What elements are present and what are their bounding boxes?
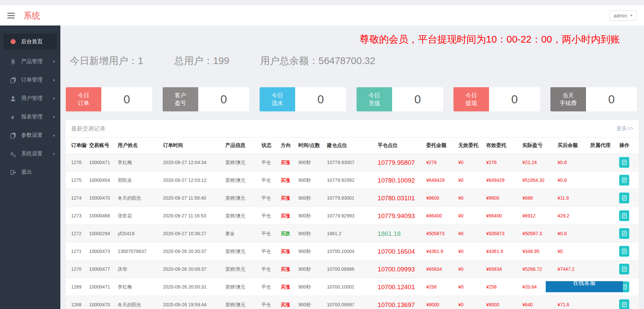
stat-box-label: 今日流水 [260, 87, 295, 111]
cell-order_no: 1273 [66, 207, 87, 225]
admin-dropdown[interactable]: admin [609, 10, 637, 21]
notice-text: 尊敬的会员，平台提现时间为10：00-22：00，两小时内到账 [360, 33, 620, 46]
stat-box-label: 当天手续费 [550, 87, 586, 111]
table-row: 126810000470冬天的阳光2020-09-26 19:59:44英镑/澳… [66, 296, 639, 309]
yen-icon: ¥ [9, 114, 17, 120]
cell-direction: 买涨 [279, 296, 296, 309]
sidebar-item-logout[interactable]: 退出 [0, 163, 60, 182]
cell-entrust: ¥4361.9 [424, 243, 457, 260]
cell-order_no: 1268 [66, 296, 87, 309]
stat-total-users: 总用户：199 [174, 54, 229, 68]
cell-agent [588, 207, 617, 225]
stat-box-2: 今日流水0 [260, 87, 346, 111]
params-icon [9, 133, 17, 139]
column-header-entrust: 委托金额 [424, 138, 457, 154]
cell-balance: ¥7447.2 [555, 260, 588, 278]
cell-open_point: 10700.09986 [325, 260, 376, 278]
cell-order_time: 2020-09-27 11:59:40 [161, 189, 223, 207]
row-detail-button[interactable] [619, 228, 629, 239]
cell-username: 冬天的阳光 [116, 296, 161, 309]
sidebar-item-users[interactable]: 用户管理 [0, 89, 60, 108]
cell-entrust: ¥505873 [424, 225, 457, 243]
stat-box-label: 今日订单 [66, 87, 101, 111]
card-title: 最新交易记录 [71, 125, 105, 133]
summary-stats: 今日新增用户：1 总用户：199 用户总余额：56478700.32 [70, 54, 639, 68]
chevron-right-icon [53, 134, 55, 137]
cell-invalid: ¥0 [456, 207, 484, 225]
cell-profit: ¥348.95 [520, 243, 555, 260]
cell-invalid: ¥0 [456, 243, 484, 260]
cell-product: 英镑/澳元 [223, 278, 260, 296]
stat-box-value: 0 [198, 87, 249, 111]
cell-order_no: 1274 [66, 189, 87, 207]
row-detail-button[interactable] [619, 157, 629, 168]
row-detail-button[interactable] [619, 246, 629, 257]
sidebar-item-orders[interactable]: 订单管理 [0, 71, 60, 89]
cell-username: 郑民业 [116, 171, 161, 189]
cell-valid: ¥258 [484, 278, 521, 296]
online-service-button[interactable]: 在线客服 [546, 281, 623, 292]
brand-title[interactable]: 系统 [23, 10, 40, 21]
cell-status: 平仓 [260, 296, 279, 309]
cell-balance: ¥0.8 [555, 171, 588, 189]
cell-agent [588, 171, 617, 189]
column-header-open_point: 建仓点位 [325, 138, 376, 154]
cell-account: 10000470 [87, 296, 116, 309]
cell-action [617, 296, 639, 309]
menu-toggle-icon[interactable] [7, 11, 15, 20]
sidebar-item-products[interactable]: B产品管理 [0, 52, 60, 71]
bitcoin-icon: B [9, 59, 17, 65]
stat-new-users: 今日新增用户：1 [70, 54, 143, 68]
cell-order_time: 2020-09-27 10:36:27 [161, 225, 223, 243]
cell-account: 10000454 [87, 171, 116, 189]
row-detail-button[interactable] [619, 175, 629, 186]
cell-open_point: 10700.10004 [325, 243, 376, 260]
cell-direction: 买涨 [279, 207, 296, 225]
cell-invalid: ¥0 [456, 189, 484, 207]
row-detail-button[interactable] [619, 264, 629, 274]
cell-direction: 买跌 [279, 225, 296, 243]
stat-total-balance: 用户总余额：56478700.32 [260, 54, 375, 68]
sidebar-item-reports[interactable]: ¥报表管理 [0, 108, 60, 126]
cell-valid: ¥505873 [484, 225, 521, 243]
cell-username: 13007076637 [116, 243, 161, 260]
cell-direction: 买涨 [279, 243, 296, 260]
more-link[interactable]: 更多>> [616, 125, 633, 132]
stat-box-1: 客户盈亏0 [163, 87, 249, 111]
cell-duration: 900秒 [296, 171, 325, 189]
cell-status: 平仓 [260, 207, 279, 225]
sidebar-item-label: 后台首页 [21, 38, 43, 45]
cell-action [617, 171, 639, 189]
cell-duration: 900秒 [296, 207, 325, 225]
cell-invalid: ¥0 [456, 154, 484, 171]
notice-marquee: 尊敬的会员，平台提现时间为10：00-22：00，两小时内到账 [66, 25, 639, 47]
cell-entrust: ¥278 [424, 154, 457, 171]
cell-product: 英镑/澳元 [223, 296, 260, 309]
column-header-status: 状态 [260, 138, 279, 154]
cell-action [617, 207, 639, 225]
cell-valid: ¥4361.9 [484, 243, 521, 260]
sidebar-item-home[interactable]: 后台首页 [3, 34, 57, 50]
cell-profit: ¥50587.3 [520, 225, 555, 243]
column-header-direction: 方向 [279, 138, 296, 154]
cell-profit: ¥640 [520, 296, 555, 309]
sidebar-item-system[interactable]: ⚙⚙系统设置 [0, 145, 60, 163]
cell-product: 黄金 [223, 225, 260, 243]
row-detail-button[interactable] [619, 193, 629, 203]
cell-username: yf20419 [116, 225, 161, 243]
main-content: 尊敬的会员，平台提现时间为10：00-22：00，两小时内到账 今日新增用户：1… [60, 25, 644, 309]
sidebar: 后台首页B产品管理订单管理用户管理¥报表管理参数设置⚙⚙系统设置退出 [0, 25, 60, 309]
column-header-valid: 有效委托 [484, 138, 521, 154]
admin-username: admin [613, 13, 627, 18]
row-detail-button[interactable] [619, 210, 629, 221]
cell-duration: 900秒 [296, 278, 325, 296]
cell-balance: ¥0 [555, 243, 588, 260]
cell-balance: ¥0.8 [555, 154, 588, 171]
cell-username: 张世花 [116, 207, 161, 225]
sidebar-item-params[interactable]: 参数设置 [0, 126, 60, 145]
cell-close_point: 10700.13697 [376, 296, 424, 309]
cell-valid: ¥278 [484, 154, 521, 171]
row-detail-button[interactable] [619, 299, 629, 309]
cell-open_point: 10779.92992 [325, 171, 376, 189]
cell-direction: 买涨 [279, 260, 296, 278]
